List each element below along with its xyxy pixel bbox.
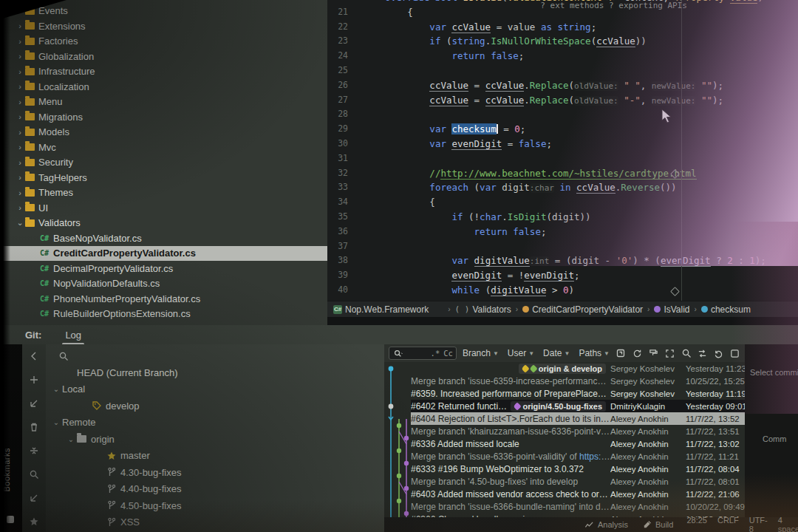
tree-item[interactable]: ›Mvc bbox=[0, 140, 327, 155]
chevron-left-icon[interactable] bbox=[29, 350, 40, 361]
commit-list: origin & developSergey KoshelevYesterday… bbox=[384, 362, 745, 532]
tree-item[interactable]: C#DecimalPropertyValidator.cs bbox=[0, 261, 327, 276]
branch-item[interactable]: ⌄origin bbox=[46, 431, 384, 448]
tree-item-label: BaseNopValidator.cs bbox=[53, 233, 142, 244]
commit-message-cell: Merge branch 'issue-6359-increase-perfor… bbox=[411, 376, 610, 386]
commit-row[interactable]: #6402 Returned function of the redirect … bbox=[411, 400, 745, 412]
tree-item[interactable]: C#BaseNopValidator.cs bbox=[0, 231, 327, 246]
commit-row[interactable]: #6404 Rejection of List<T>.ForEach due t… bbox=[411, 412, 745, 425]
expand-icon[interactable] bbox=[664, 348, 675, 359]
branch-item[interactable]: 4.40-bug-fixes bbox=[46, 481, 384, 498]
tab-log[interactable]: Log bbox=[62, 330, 84, 341]
refresh-icon[interactable] bbox=[632, 348, 643, 359]
breadcrumb-item[interactable]: IsValid bbox=[654, 304, 689, 315]
collapse-all-icon[interactable] bbox=[29, 445, 40, 456]
search-icon[interactable] bbox=[29, 468, 40, 480]
branch-item[interactable]: 4.30-bug-fixes bbox=[46, 464, 384, 481]
branch-item[interactable]: HEAD (Current Branch) bbox=[46, 364, 384, 381]
tool-build[interactable]: Build bbox=[641, 519, 673, 531]
tree-item[interactable]: C#PhoneNumberPropertyValidator.cs bbox=[0, 291, 327, 307]
commit-row[interactable]: #6359. Increased performance of PrepareP… bbox=[411, 387, 745, 400]
breadcrumb-item[interactable]: ( )Validators bbox=[455, 304, 511, 315]
left-edge-strip: Bookmarks bbox=[0, 344, 22, 532]
branch-item[interactable]: ⌄Remote bbox=[46, 415, 384, 432]
breadcrumb-item[interactable]: C#Nop.Web.Framework bbox=[333, 304, 429, 315]
filter-paths[interactable]: Paths▼ bbox=[579, 348, 610, 358]
plus-icon[interactable] bbox=[29, 374, 40, 385]
branch-search-icon[interactable] bbox=[58, 350, 69, 361]
search-icon[interactable] bbox=[681, 348, 692, 359]
roller-icon[interactable] bbox=[648, 348, 659, 359]
code-text: ccValue = ccValue.Replace(oldValue: "-",… bbox=[354, 93, 723, 108]
tree-item[interactable]: ›Localization bbox=[0, 79, 327, 95]
commit-row[interactable]: #6403 Added missed vendor access check t… bbox=[411, 488, 745, 500]
breadcrumb-item[interactable]: checksum bbox=[701, 304, 751, 315]
tree-item[interactable]: C#CreditCardPropertyValidator.cs bbox=[0, 246, 327, 262]
rollback-icon[interactable] bbox=[713, 348, 724, 359]
filter-date[interactable]: Date▼ bbox=[543, 348, 570, 358]
tree-item[interactable]: ›Menu bbox=[0, 95, 327, 110]
chevron-icon: ⌄ bbox=[15, 218, 25, 228]
tree-item[interactable]: ›Models bbox=[0, 125, 327, 140]
breadcrumb-item[interactable]: CreditCardPropertyValidator bbox=[522, 304, 643, 315]
frame-icon[interactable] bbox=[729, 348, 740, 359]
code-editor[interactable]: override bool IsValid(ValidationContext<… bbox=[327, 0, 798, 301]
tree-item[interactable]: ›Security bbox=[0, 155, 327, 171]
branch-label: HEAD (Current Branch) bbox=[77, 367, 178, 378]
star-icon[interactable] bbox=[29, 516, 40, 527]
tree-item[interactable]: ›Migrations bbox=[0, 109, 327, 125]
line-number: 38 bbox=[327, 253, 354, 268]
chevron-icon: › bbox=[15, 7, 25, 16]
commit-message-cell: origin & develop bbox=[411, 364, 610, 374]
commit-row[interactable]: Merge branch 'issue-6366-bundle-naming' … bbox=[411, 500, 745, 513]
commit-author: DmitriyKulagin bbox=[610, 402, 686, 411]
commit-row[interactable]: origin & developSergey KoshelevYesterday… bbox=[411, 362, 745, 375]
commit-date: 11/7/22, 13:52 bbox=[686, 415, 745, 423]
compare-icon[interactable] bbox=[697, 348, 708, 359]
branch-item[interactable]: XSS bbox=[46, 514, 384, 531]
commit-row[interactable]: #6333 #196 Bump WebOptimizer to 3.0.372A… bbox=[411, 463, 745, 475]
go-to-hash-icon[interactable] bbox=[615, 348, 626, 359]
tree-item[interactable]: ›Extensions bbox=[0, 18, 327, 34]
match-case-toggle[interactable]: Cc bbox=[443, 349, 453, 358]
commit-row[interactable]: Merge branch 'issue-6359-increase-perfor… bbox=[411, 375, 745, 387]
branch-item[interactable]: ⌄Local bbox=[46, 381, 384, 398]
tree-item[interactable]: C#NopValidationDefaults.cs bbox=[0, 276, 327, 292]
status-item[interactable]: CRLF bbox=[717, 516, 739, 532]
tree-item[interactable]: ›Themes bbox=[0, 185, 327, 201]
branch-item[interactable]: develop bbox=[46, 398, 384, 415]
project-tree-panel: ›Controllers›Events›Extensions›Factories… bbox=[0, 0, 327, 325]
status-item[interactable]: UTF-8 bbox=[749, 516, 768, 532]
trash-icon[interactable] bbox=[29, 421, 40, 432]
status-item[interactable]: 28:25 bbox=[686, 516, 707, 532]
commit-row[interactable]: Merge branch 'issue-6336-point-validity'… bbox=[411, 450, 745, 463]
filter-user[interactable]: User▼ bbox=[508, 348, 534, 358]
filter-branch[interactable]: Branch▼ bbox=[463, 348, 499, 358]
commit-row[interactable]: Merge branch '4.50-bug-fixes' into devel… bbox=[411, 475, 745, 488]
tree-item-label: Security bbox=[38, 157, 73, 168]
tree-item[interactable]: C#RuleBuilderOptionsExtension.cs bbox=[0, 307, 327, 322]
commit-row[interactable]: Merge branch 'khairuzzaman-issue-6336-po… bbox=[411, 425, 745, 437]
tree-item[interactable]: ›Factories bbox=[0, 34, 327, 50]
tool-analysis[interactable]: Analysis bbox=[584, 519, 628, 531]
arrow-down-left-icon[interactable] bbox=[29, 492, 40, 503]
tree-item[interactable]: ⌄Validators bbox=[0, 216, 327, 231]
commit-link[interactable]: https://github.com/khairuzzaman/ bbox=[579, 451, 610, 462]
tree-item[interactable]: ›UI bbox=[0, 200, 327, 216]
tree-item[interactable]: ›Globalization bbox=[0, 49, 327, 64]
tree-item[interactable]: ›Infrastructure bbox=[0, 64, 327, 80]
tree-item[interactable]: ›TagHelpers bbox=[0, 170, 327, 185]
branch-label: XSS bbox=[120, 516, 140, 528]
status-item[interactable]: 4 spaces bbox=[778, 516, 798, 532]
branch-icon bbox=[106, 467, 120, 477]
line-number: 35 bbox=[327, 210, 354, 225]
commit-message: Merge branch 'issue-6359-increase-perfor… bbox=[411, 376, 610, 386]
branch-item[interactable]: 4.50-bug-fixes bbox=[46, 497, 384, 514]
branch-item[interactable]: master bbox=[46, 448, 384, 465]
commit-row[interactable]: #6336 Added missed localeAlexey Anokhin1… bbox=[411, 437, 745, 450]
arrow-down-left-icon[interactable] bbox=[29, 398, 40, 409]
tree-item[interactable]: ›Events bbox=[0, 4, 327, 19]
regex-toggle[interactable]: .* bbox=[431, 349, 440, 358]
commit-search-input[interactable]: .* Cc bbox=[389, 347, 457, 360]
bookmarks-tab[interactable]: Bookmarks bbox=[2, 448, 11, 492]
